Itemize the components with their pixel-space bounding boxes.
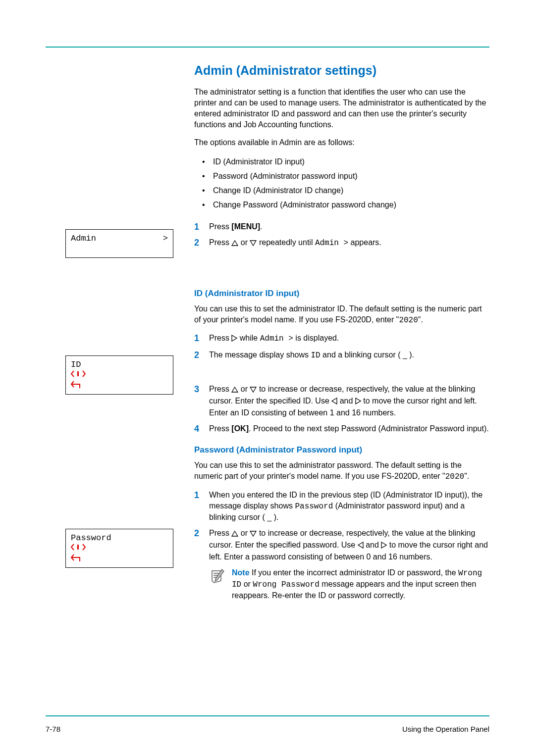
step-text: and [364, 541, 381, 549]
step-text: Press [209, 238, 231, 247]
triangle-right-icon [231, 334, 237, 345]
id-steps: Press while Admin > is displayed. The me… [194, 333, 489, 361]
triangle-left-icon [331, 397, 337, 407]
step-text: or [238, 238, 250, 247]
step-item: Press or repeatedly until Admin > appear… [194, 237, 489, 249]
svg-rect-1 [77, 545, 79, 550]
note-text: Note If you enter the incorrect administ… [232, 567, 489, 601]
admin-steps: Press [MENU]. Press or repeatedly until … [194, 221, 489, 249]
rule-bottom [46, 715, 489, 716]
pw-intro: You can use this to set the administrato… [194, 460, 489, 482]
step-text-mono: Admin > [260, 334, 293, 343]
list-item: Password (Administrator password input) [202, 169, 489, 184]
note-block: Note If you enter the incorrect administ… [209, 567, 489, 601]
step-text: . Proceed to the next step Password (Adm… [249, 424, 489, 433]
text: or [241, 580, 253, 588]
triangle-up-icon [231, 238, 238, 249]
id-steps-cont: Press or to increase or decrease, respec… [194, 384, 489, 434]
lcd-password: Password [65, 529, 173, 568]
step-text: appears. [348, 238, 381, 247]
return-arrow-icon [71, 554, 84, 563]
step-item: The message display shows ID and a blink… [194, 350, 489, 361]
step-item: Press while Admin > is displayed. [194, 333, 489, 345]
step-text: Press [209, 222, 231, 231]
left-right-arrows-icon [71, 370, 86, 377]
step-text: is displayed. [293, 334, 339, 342]
text-mono: 2020 [399, 316, 418, 325]
id-intro: You can use this to set the administrato… [194, 303, 489, 326]
lcd-admin: Admin > [65, 229, 173, 258]
lcd-text: Admin [71, 234, 96, 243]
text: You can use this to set the administrato… [194, 304, 482, 324]
step-item: Press [OK]. Proceed to the next step Pas… [194, 423, 489, 434]
lcd-icons [71, 370, 168, 390]
step-item: When you entered the ID in the previous … [194, 490, 489, 523]
return-arrow-icon [71, 380, 84, 390]
svg-rect-0 [77, 371, 79, 376]
triangle-up-icon [231, 385, 238, 396]
lcd-gt: > [163, 234, 168, 243]
step-text-bold: [OK] [231, 424, 249, 433]
step-item: Press [MENU]. [194, 221, 489, 232]
page-footer: 7-78 Using the Operation Panel [46, 725, 489, 733]
page-content: Admin > ID Password Admin (Administrator… [46, 44, 489, 697]
step-text-mono: Password [295, 502, 333, 511]
section-title: Admin (Administrator settings) [194, 63, 489, 78]
step-text: while [237, 334, 260, 342]
step-text: and a blinking cursor ( _ ). [321, 351, 414, 359]
step-text: and [337, 397, 355, 405]
triangle-down-icon [250, 238, 257, 249]
step-text: Press [209, 424, 231, 433]
list-item: Change ID (Administrator ID change) [202, 184, 489, 198]
lcd-icons [71, 544, 168, 563]
text-mono: 2020 [445, 472, 464, 481]
intro-paragraph-1: The administrator setting is a function … [194, 87, 489, 130]
step-text-mono: ID [311, 351, 320, 360]
triangle-right-icon [381, 541, 387, 552]
text-mono: Wrong Password [253, 580, 319, 589]
lcd-text: ID [71, 360, 81, 369]
step-text: repeatedly until [257, 238, 315, 247]
step-text: or [238, 385, 250, 393]
triangle-down-icon [250, 529, 257, 540]
chapter-title: Using the Operation Panel [402, 725, 489, 733]
intro-paragraph-2: The options available in Admin are as fo… [194, 137, 489, 148]
step-text: Press [209, 529, 231, 537]
left-right-arrows-icon [71, 544, 86, 551]
text: If you enter the incorrect administrator… [250, 568, 459, 577]
triangle-down-icon [250, 385, 257, 396]
text: ". [418, 315, 423, 324]
lcd-text: Password [71, 533, 111, 543]
subsection-id-title: ID (Administrator ID input) [194, 289, 489, 299]
pw-steps: When you entered the ID in the previous … [194, 490, 489, 562]
step-text: The message display shows [209, 351, 311, 359]
step-text: . [260, 222, 262, 231]
note-label: Note [232, 568, 250, 577]
triangle-left-icon [358, 541, 364, 552]
step-text: Press [209, 385, 231, 393]
text: You can use this to set the administrato… [194, 461, 462, 480]
note-icon [209, 568, 226, 587]
step-text: or [238, 529, 250, 537]
page-number: 7-78 [46, 725, 60, 733]
subsection-pw-title: Password (Administrator Password input) [194, 445, 489, 455]
step-item: Press or to increase or decrease, respec… [194, 384, 489, 418]
lcd-id: ID [65, 355, 173, 395]
step-text-mono: Admin > [315, 239, 348, 248]
step-text-bold: [MENU] [231, 222, 260, 231]
list-item: Change Password (Administrator password … [202, 198, 489, 212]
triangle-right-icon [355, 397, 361, 407]
text: ". [464, 472, 469, 480]
list-item: ID (Administrator ID input) [202, 155, 489, 169]
step-item: Press or to increase or decrease, respec… [194, 528, 489, 562]
options-list: ID (Administrator ID input) Password (Ad… [202, 155, 489, 212]
triangle-up-icon [231, 529, 238, 540]
step-text: Press [209, 334, 231, 342]
